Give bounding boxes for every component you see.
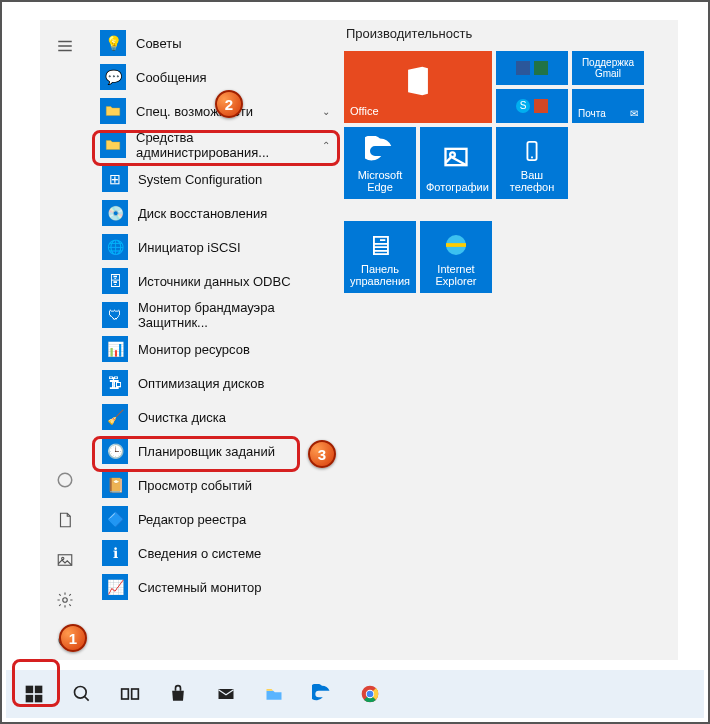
- app-event-viewer[interactable]: 📔Просмотр событий: [90, 468, 340, 502]
- app-label: Источники данных ODBC: [138, 274, 291, 289]
- config-icon: ⊞: [102, 166, 128, 192]
- app-label: Диск восстановления: [138, 206, 267, 221]
- badge-3: 3: [308, 440, 336, 468]
- svg-point-16: [75, 687, 87, 699]
- app-task-scheduler[interactable]: 🕒Планировщик заданий: [90, 434, 340, 468]
- drive-icon: 🗜: [102, 370, 128, 396]
- bulb-icon: 💡: [100, 30, 126, 56]
- clock-icon: 🕒: [102, 438, 128, 464]
- photos-icon: [442, 133, 470, 181]
- app-label: Планировщик заданий: [138, 444, 275, 459]
- badge-2: 2: [215, 90, 243, 118]
- cubes-icon: 🔷: [102, 506, 128, 532]
- book-icon: 📔: [102, 472, 128, 498]
- app-label: Монитор брандмауэра Защитник...: [138, 300, 340, 330]
- svg-point-6: [63, 598, 68, 603]
- app-firewall-monitor[interactable]: 🛡Монитор брандмауэра Защитник...: [90, 298, 340, 332]
- mail-icon: ✉: [630, 108, 638, 119]
- tile-grid: Office Поддержка Gmail S Почта✉ Microsof…: [344, 51, 644, 199]
- app-admin-tools[interactable]: Средства администрирования...⌃: [90, 128, 340, 162]
- svg-point-25: [367, 691, 374, 698]
- chevron-up-icon: ⌃: [322, 140, 330, 151]
- app-tips[interactable]: 💡Советы: [90, 26, 340, 60]
- badge-1: 1: [59, 624, 87, 652]
- info-icon: ℹ: [102, 540, 128, 566]
- app-iscsi[interactable]: 🌐Инициатор iSCSI: [90, 230, 340, 264]
- app-disk-optimization[interactable]: 🗜Оптимизация дисков: [90, 366, 340, 400]
- taskbar-mail[interactable]: [204, 674, 248, 714]
- app-registry-editor[interactable]: 🔷Редактор реестра: [90, 502, 340, 536]
- app-odbc[interactable]: 🗄Источники данных ODBC: [90, 264, 340, 298]
- app-system-monitor[interactable]: 📈Системный монитор: [90, 570, 340, 604]
- app-label: Редактор реестра: [138, 512, 246, 527]
- chart-icon: 📈: [102, 574, 128, 600]
- word-excel-icon: [516, 61, 548, 75]
- tile-office[interactable]: Office: [344, 51, 492, 123]
- apps-list: 💡Советы 💬Сообщения Спец. возможности⌄ Ср…: [90, 20, 340, 660]
- app-label: Оптимизация дисков: [138, 376, 264, 391]
- taskbar-store[interactable]: [156, 674, 200, 714]
- folder-icon: [100, 132, 126, 158]
- tiles-group-header[interactable]: Производительность: [344, 26, 678, 41]
- app-label: Советы: [136, 36, 181, 51]
- skype-ppt-icon: S: [516, 99, 548, 113]
- svg-rect-13: [35, 686, 43, 694]
- tile-control-panel[interactable]: 🖥Панель управления: [344, 221, 416, 293]
- app-label: Сведения о системе: [138, 546, 261, 561]
- start-rail: [40, 20, 90, 660]
- svg-rect-20: [219, 689, 234, 699]
- app-label: Сообщения: [136, 70, 207, 85]
- taskbar-chrome[interactable]: [348, 674, 392, 714]
- app-system-configuration[interactable]: ⊞System Configuration: [90, 162, 340, 196]
- app-label: Системный монитор: [138, 580, 261, 595]
- svg-rect-14: [26, 695, 34, 703]
- app-label: Средства администрирования...: [136, 130, 322, 160]
- gauge-icon: 📊: [102, 336, 128, 362]
- svg-rect-19: [132, 689, 139, 699]
- app-label: Инициатор iSCSI: [138, 240, 241, 255]
- app-messages[interactable]: 💬Сообщения: [90, 60, 340, 94]
- shield-icon: 🛡: [102, 302, 128, 328]
- task-view-button[interactable]: [108, 674, 152, 714]
- app-recovery-disk[interactable]: 💿Диск восстановления: [90, 196, 340, 230]
- edge-icon: [365, 133, 395, 169]
- taskbar-edge[interactable]: [300, 674, 344, 714]
- tile-mail[interactable]: Почта✉: [572, 89, 644, 123]
- app-system-info[interactable]: ℹСведения о системе: [90, 536, 340, 570]
- tile-internet-explorer[interactable]: Internet Explorer: [420, 221, 492, 293]
- documents-icon[interactable]: [45, 500, 85, 540]
- start-menu: 💡Советы 💬Сообщения Спец. возможности⌄ Ср…: [40, 20, 678, 660]
- cleanup-icon: 🧹: [102, 404, 128, 430]
- user-icon[interactable]: [45, 460, 85, 500]
- chevron-down-icon: ⌄: [322, 106, 330, 117]
- tile-apps-row2[interactable]: S: [496, 89, 568, 123]
- database-icon: 🗄: [102, 268, 128, 294]
- ie-icon: [441, 227, 471, 263]
- settings-icon[interactable]: [45, 580, 85, 620]
- folder-icon: [100, 98, 126, 124]
- tile-apps-row1[interactable]: [496, 51, 568, 85]
- start-button[interactable]: [12, 674, 56, 714]
- app-label: System Configuration: [138, 172, 262, 187]
- tile-photos[interactable]: Фотографии: [420, 127, 492, 199]
- taskbar-explorer[interactable]: [252, 674, 296, 714]
- tile-grid-2: 🖥Панель управления Internet Explorer: [344, 221, 644, 293]
- taskbar: [6, 670, 704, 718]
- app-label: Очистка диска: [138, 410, 226, 425]
- pictures-icon[interactable]: [45, 540, 85, 580]
- app-resource-monitor[interactable]: 📊Монитор ресурсов: [90, 332, 340, 366]
- office-icon: [401, 57, 435, 105]
- hamburger-icon[interactable]: [45, 26, 85, 66]
- tile-edge[interactable]: Microsoft Edge: [344, 127, 416, 199]
- app-disk-cleanup[interactable]: 🧹Очистка диска: [90, 400, 340, 434]
- svg-rect-15: [35, 695, 43, 703]
- svg-line-17: [85, 697, 89, 701]
- tile-your-phone[interactable]: Ваш телефон: [496, 127, 568, 199]
- tiles-area: Производительность Office Поддержка Gmai…: [340, 20, 678, 660]
- app-label: Монитор ресурсов: [138, 342, 250, 357]
- tile-gmail-support[interactable]: Поддержка Gmail: [572, 51, 644, 85]
- svg-point-3: [58, 473, 72, 487]
- search-button[interactable]: [60, 674, 104, 714]
- cpanel-icon: 🖥: [366, 227, 394, 263]
- svg-rect-12: [26, 686, 34, 694]
